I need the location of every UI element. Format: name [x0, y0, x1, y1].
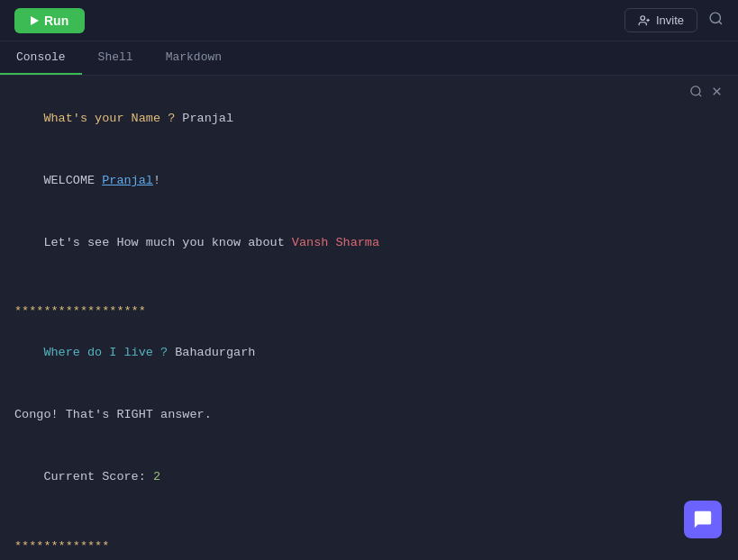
top-bar: Run Invite	[0, 0, 738, 41]
tab-bar: Console Shell Markdown	[0, 41, 738, 76]
svg-line-6	[698, 94, 701, 96]
top-right-controls: Invite	[624, 8, 724, 32]
tab-shell[interactable]: Shell	[82, 41, 150, 75]
console-line: When is my birthday ? 27 January	[14, 557, 724, 560]
chat-bubble-button[interactable]	[684, 501, 722, 538]
invite-button[interactable]: Invite	[624, 8, 697, 32]
console-score: Current Score: 2	[14, 447, 724, 509]
welcome-name: Pranjal	[102, 174, 153, 187]
console-blank	[14, 426, 724, 447]
search-icon[interactable]	[708, 11, 724, 31]
tab-markdown[interactable]: Markdown	[150, 41, 238, 75]
tab-console[interactable]: Console	[0, 41, 82, 75]
console-blank	[14, 384, 724, 405]
console-line: Let's see How much you know about Vansh …	[14, 212, 724, 275]
svg-point-0	[641, 15, 645, 20]
invite-label: Invite	[656, 14, 684, 27]
play-icon	[31, 16, 39, 25]
svg-point-3	[710, 13, 720, 23]
console-right-answer: Congo! That's RIGHT answer.	[14, 405, 724, 426]
console-line: WELCOME Pranjal!	[14, 150, 724, 212]
console-close-icon[interactable]	[710, 85, 724, 103]
run-button[interactable]: Run	[14, 8, 85, 33]
chat-icon	[693, 510, 713, 529]
invite-icon	[638, 14, 651, 27]
console-toolbar	[689, 85, 724, 103]
name-value: Pranjal	[182, 112, 233, 125]
svg-line-4	[719, 21, 722, 23]
console-line: What's your Name ? Pranjal	[14, 88, 724, 150]
svg-point-5	[691, 86, 700, 95]
subject-name: Vansh Sharma	[292, 236, 379, 249]
run-label: Run	[44, 14, 68, 28]
console-stars: *************	[14, 537, 724, 557]
console-line: Where do I live ? Bahadurgarh	[14, 322, 724, 384]
console-stars: ******************	[14, 302, 724, 322]
console-area[interactable]: What's your Name ? Pranjal WELCOME Pranj…	[0, 76, 738, 560]
console-blank	[14, 274, 724, 294]
console-search-icon[interactable]	[689, 85, 703, 103]
console-blank	[14, 509, 724, 529]
name-prompt-text: What's your Name ?	[43, 112, 182, 125]
